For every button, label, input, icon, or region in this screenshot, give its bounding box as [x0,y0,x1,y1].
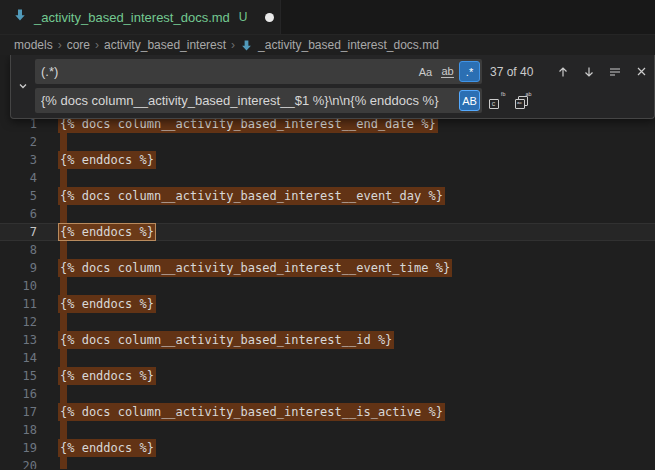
line-content [37,241,655,259]
line-number[interactable]: 8 [0,241,37,259]
editor-line[interactable]: 9{% docs column__activity_based_interest… [0,259,655,277]
find-row: Aa ab .* 37 of 40 [35,59,649,84]
replace-input[interactable] [41,93,458,108]
breadcrumb: models › core › activity_based_interest … [0,35,655,55]
line-number[interactable]: 13 [0,331,37,349]
vscode-window: _activity_based_interest_docs.md U model… [0,0,655,470]
editor-line[interactable]: 4 [0,169,655,187]
previous-match-button[interactable] [552,61,574,83]
editor-line[interactable]: 11{% enddocs %} [0,295,655,313]
find-match-highlight [60,313,67,331]
line-number[interactable]: 18 [0,421,37,439]
breadcrumb-item-core[interactable]: core [67,38,90,52]
find-match-highlight [60,277,67,295]
line-content [37,169,655,187]
whole-word-label: ab [441,65,453,78]
line-content [37,421,655,439]
line-content: {% docs column__activity_based_interest_… [37,403,655,421]
line-content: {% enddocs %} [37,151,655,169]
editor-line[interactable]: 18 [0,421,655,439]
line-number[interactable]: 6 [0,205,37,223]
line-content: {% enddocs %} [37,439,655,457]
line-number[interactable]: 12 [0,313,37,331]
editor-line[interactable]: 5{% docs column__activity_based_interest… [0,187,655,205]
find-replace-widget: Aa ab .* 37 of 40 [10,55,655,119]
git-status-badge: U [239,10,248,24]
editor-tab[interactable]: _activity_based_interest_docs.md U [0,0,281,34]
line-content [37,277,655,295]
find-input-box: Aa ab .* [35,59,482,84]
line-number[interactable]: 16 [0,385,37,403]
find-in-selection-button[interactable] [604,61,626,83]
replace-input-box: AB [35,88,482,113]
editor-line[interactable]: 6 [0,205,655,223]
editor-line[interactable]: 10 [0,277,655,295]
editor-line[interactable]: 3{% enddocs %} [0,151,655,169]
editor-line[interactable]: 12 [0,313,655,331]
editor-line[interactable]: 2 [0,133,655,151]
editor-line[interactable]: 16 [0,385,655,403]
regex-button[interactable]: .* [459,61,480,82]
find-match-highlight: {% docs column__activity_based_interest_… [58,331,394,349]
line-number[interactable]: 3 [0,151,37,169]
line-number[interactable]: 7 [0,223,37,241]
toggle-replace-button[interactable] [11,59,35,113]
find-match-highlight: {% enddocs %} [58,439,156,457]
line-number[interactable]: 5 [0,187,37,205]
line-number[interactable]: 9 [0,259,37,277]
match-case-button[interactable]: Aa [415,61,436,82]
editor-line[interactable]: 20 [0,457,655,469]
find-match-highlight [60,457,67,469]
find-match-highlight [60,349,67,367]
line-number[interactable]: 10 [0,277,37,295]
tab-bar: _activity_based_interest_docs.md U [0,0,655,35]
unsaved-changes-dot[interactable] [265,13,274,22]
line-number[interactable]: 2 [0,133,37,151]
find-match-highlight: {% docs column__activity_based_interest_… [58,187,445,205]
replace-row: AB ᶠᵇc ᵃᵇᵃᶜ [35,88,649,113]
chevron-down-icon [17,80,29,92]
find-match-highlight [60,241,67,259]
line-content: {% docs column__activity_based_interest_… [37,259,655,277]
line-number[interactable]: 19 [0,439,37,457]
editor-line[interactable]: 8 [0,241,655,259]
replace-all-icon: ᵃᵇᵃᶜ [515,92,532,109]
match-count: 37 of 40 [486,65,548,79]
breadcrumb-separator: › [58,38,62,52]
breadcrumb-item-models[interactable]: models [14,38,53,52]
line-number[interactable]: 17 [0,403,37,421]
editor-line[interactable]: 17{% docs column__activity_based_interes… [0,403,655,421]
preserve-case-button[interactable]: AB [459,90,480,111]
find-match-highlight [60,133,67,151]
whole-word-button[interactable]: ab [437,61,458,82]
line-number[interactable]: 15 [0,367,37,385]
line-content: {% enddocs %} [37,367,655,385]
editor-line[interactable]: 15{% enddocs %} [0,367,655,385]
line-number[interactable]: 4 [0,169,37,187]
replace-all-button[interactable]: ᵃᵇᵃᶜ [512,90,534,112]
markdown-file-icon [13,8,27,26]
close-icon[interactable] [630,61,652,83]
breadcrumb-item-activity-based-interest[interactable]: activity_based_interest [104,38,226,52]
line-content [37,313,655,331]
editor-line[interactable]: 14 [0,349,655,367]
find-input[interactable] [41,64,414,79]
line-number[interactable]: 11 [0,295,37,313]
line-content: {% enddocs %} [37,223,655,241]
replace-button[interactable]: ᶠᵇc [486,90,508,112]
find-match-highlight: {% enddocs %} [58,295,156,313]
find-match-highlight [60,205,67,223]
editor-line[interactable]: 7{% enddocs %} [0,223,655,241]
line-number[interactable]: 20 [0,457,37,469]
editor-line[interactable]: 19{% enddocs %} [0,439,655,457]
line-content [37,205,655,223]
next-match-button[interactable] [578,61,600,83]
replace-icon: ᶠᵇc [489,92,506,109]
line-number[interactable]: 14 [0,349,37,367]
editor-line[interactable]: 13{% docs column__activity_based_interes… [0,331,655,349]
find-match-highlight: {% enddocs %} [58,367,156,385]
find-match-highlight: {% docs column__activity_based_interest_… [58,259,452,277]
breadcrumb-file[interactable]: _activity_based_interest_docs.md [258,38,439,52]
editor-pane[interactable]: Aa ab .* 37 of 40 [0,55,655,469]
find-match-highlight: {% docs column__activity_based_interest_… [58,403,445,421]
